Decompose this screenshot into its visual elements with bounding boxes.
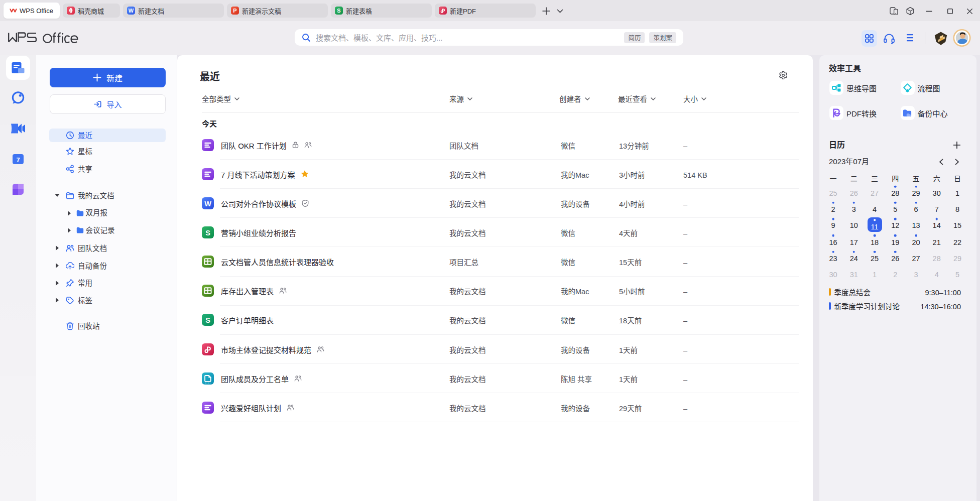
svg-text:P: P — [233, 8, 236, 14]
svg-text:W: W — [129, 8, 134, 14]
svg-text:7: 7 — [16, 156, 20, 164]
svg-text:S: S — [205, 228, 210, 236]
svg-text:S: S — [205, 316, 210, 324]
svg-text:S: S — [337, 8, 340, 14]
svg-text:W: W — [204, 199, 211, 207]
